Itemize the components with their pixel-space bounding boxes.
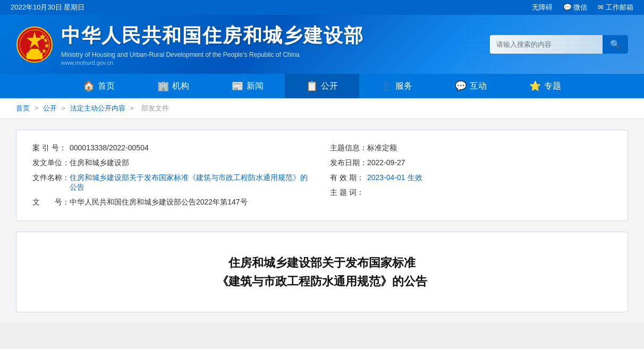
accessibility-link[interactable]: 无障碍 bbox=[532, 3, 553, 12]
validdate-row: 有 效 期： 2023-04-01 生效 bbox=[330, 173, 612, 183]
docname-label: 文件名称： bbox=[32, 173, 70, 183]
case-no-row: 案 引 号： 000013338/2022-00504 bbox=[32, 143, 314, 153]
doc-info-col-left: 案 引 号： 000013338/2022-00504 发文单位： 住房和城乡建… bbox=[32, 143, 314, 207]
nav-label-service: 服务 bbox=[395, 81, 412, 92]
validdate-label: 有 效 期： bbox=[330, 173, 367, 183]
logo-emblem bbox=[16, 26, 53, 63]
nav-item-home[interactable]: 🏠 首页 bbox=[62, 74, 136, 98]
mail-icon: ✉ bbox=[598, 3, 604, 11]
header-title-block: 中华人民共和国住房和城乡建设部 Ministry of Housing and … bbox=[61, 23, 364, 66]
top-bar-date: 2022年10月30日 星期日 bbox=[11, 3, 84, 12]
wechat-link[interactable]: 💬 微信 bbox=[563, 3, 588, 12]
nav-item-org[interactable]: 🏢 机构 bbox=[136, 74, 210, 98]
subject-value: 标准定额 bbox=[367, 143, 397, 153]
doc-info-grid: 案 引 号： 000013338/2022-00504 发文单位： 住房和城乡建… bbox=[32, 143, 612, 207]
breadcrumb-sep2: > bbox=[61, 104, 67, 112]
org-icon: 🏢 bbox=[157, 80, 169, 92]
nav-label-interact: 互动 bbox=[470, 81, 487, 92]
nav-item-topic[interactable]: ⭐ 专题 bbox=[508, 74, 582, 98]
nav-label-topic: 专题 bbox=[544, 81, 561, 92]
keyword-row: 主 题 词： bbox=[330, 188, 612, 198]
breadcrumb-mandatory[interactable]: 法定主动公开内容 bbox=[70, 104, 125, 112]
email-link[interactable]: ✉ 工作邮箱 bbox=[598, 3, 633, 12]
breadcrumb: 首页 > 公开 > 法定主动公开内容 > 部发文件 bbox=[0, 98, 644, 119]
doc-info-card: 案 引 号： 000013338/2022-00504 发文单位： 住房和城乡建… bbox=[16, 130, 628, 221]
nav-label-home: 首页 bbox=[98, 81, 115, 92]
header-background-image bbox=[458, 15, 644, 74]
doc-info-col-right: 主题信息： 标准定额 发布日期： 2022-09-27 有 效 期： 2023-… bbox=[330, 143, 612, 207]
issuedate-label: 发布日期： bbox=[330, 158, 367, 168]
nav-label-org: 机构 bbox=[172, 81, 189, 92]
article-title: 住房和城乡建设部关于发布国家标准 《建筑与市政工程防水通用规范》的公告 bbox=[48, 253, 596, 291]
svg-rect-9 bbox=[30, 49, 39, 51]
keyword-label: 主 题 词： bbox=[330, 188, 367, 198]
issuer-label: 发文单位： bbox=[32, 158, 70, 168]
nav-item-open[interactable]: 📋 公开 bbox=[285, 74, 359, 98]
main-content: 案 引 号： 000013338/2022-00504 发文单位： 住房和城乡建… bbox=[0, 119, 644, 323]
topic-icon: ⭐ bbox=[529, 80, 541, 92]
docnum-value: 中华人民共和国住房和城乡建设部公告2022年第147号 bbox=[70, 198, 248, 207]
issuedate-row: 发布日期： 2022-09-27 bbox=[330, 158, 612, 168]
nav-item-news[interactable]: 📰 新闻 bbox=[210, 74, 285, 98]
header: 中华人民共和国住房和城乡建设部 Ministry of Housing and … bbox=[0, 15, 644, 74]
article-title-line2: 《建筑与市政工程防水通用规范》的公告 bbox=[217, 275, 427, 288]
site-url: www.mohurd.gov.cn bbox=[61, 59, 364, 66]
subject-row: 主题信息： 标准定额 bbox=[330, 143, 612, 153]
top-bar-right: 无障碍 💬 微信 ✉ 工作邮箱 bbox=[532, 3, 633, 12]
header-left: 中华人民共和国住房和城乡建设部 Ministry of Housing and … bbox=[16, 23, 364, 66]
interact-icon: 💬 bbox=[455, 80, 467, 92]
breadcrumb-open[interactable]: 公开 bbox=[43, 104, 57, 112]
site-title: 中华人民共和国住房和城乡建设部 bbox=[61, 23, 364, 49]
service-icon: 👤 bbox=[380, 80, 392, 92]
case-no-value: 000013338/2022-00504 bbox=[70, 143, 149, 152]
article-title-line1: 住房和城乡建设部关于发布国家标准 bbox=[228, 256, 416, 269]
issuer-value: 住房和城乡建设部 bbox=[70, 158, 129, 168]
nav-item-service[interactable]: 👤 服务 bbox=[359, 74, 434, 98]
breadcrumb-sep3: > bbox=[130, 104, 135, 112]
case-no-label: 案 引 号： bbox=[32, 143, 70, 153]
site-subtitle: Ministry of Housing and Urban-Rural Deve… bbox=[61, 51, 364, 58]
nav-label-open: 公开 bbox=[321, 81, 338, 92]
top-bar: 2022年10月30日 星期日 无障碍 💬 微信 ✉ 工作邮箱 bbox=[0, 0, 644, 15]
breadcrumb-sep1: > bbox=[35, 104, 40, 112]
docname-link[interactable]: 住房和城乡建设部关于发布国家标准《建筑与市政工程防水通用规范》的公告 bbox=[70, 173, 308, 191]
docnum-label: 文 号： bbox=[32, 198, 70, 207]
docname-value: 住房和城乡建设部关于发布国家标准《建筑与市政工程防水通用规范》的公告 bbox=[70, 173, 314, 192]
issuedate-value: 2022-09-27 bbox=[367, 158, 405, 167]
wechat-icon: 💬 bbox=[563, 3, 572, 11]
news-icon: 📰 bbox=[232, 80, 243, 92]
main-nav: 🏠 首页 🏢 机构 📰 新闻 📋 公开 👤 服务 💬 互动 ⭐ 专题 bbox=[0, 74, 644, 98]
subject-label: 主题信息： bbox=[330, 143, 367, 153]
open-icon: 📋 bbox=[306, 80, 318, 92]
nav-item-interact[interactable]: 💬 互动 bbox=[434, 74, 508, 98]
docname-row: 文件名称： 住房和城乡建设部关于发布国家标准《建筑与市政工程防水通用规范》的公告 bbox=[32, 173, 314, 192]
home-icon: 🏠 bbox=[83, 80, 95, 92]
issuer-row: 发文单位： 住房和城乡建设部 bbox=[32, 158, 314, 168]
article-card: 住房和城乡建设部关于发布国家标准 《建筑与市政工程防水通用规范》的公告 bbox=[16, 232, 628, 312]
breadcrumb-current: 部发文件 bbox=[141, 104, 169, 112]
docnum-row: 文 号： 中华人民共和国住房和城乡建设部公告2022年第147号 bbox=[32, 198, 314, 207]
nav-label-news: 新闻 bbox=[247, 81, 264, 92]
breadcrumb-home[interactable]: 首页 bbox=[16, 104, 30, 112]
validdate-value: 2023-04-01 生效 bbox=[367, 173, 422, 183]
